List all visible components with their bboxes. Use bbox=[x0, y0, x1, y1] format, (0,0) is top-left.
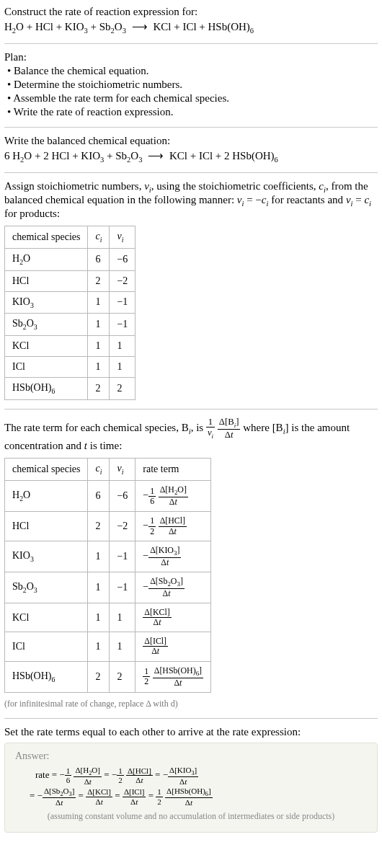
cell-species: ICl bbox=[5, 632, 88, 661]
balanced-equation: 6 H2O + 2 HCl + KIO3 + Sb2O3 ⟶ KCl + ICl… bbox=[4, 149, 378, 164]
eq-lhs: H2O + HCl + KIO3 + Sb2O3 bbox=[4, 21, 126, 32]
cell-vi: −2 bbox=[110, 512, 136, 541]
col-rate: rate term bbox=[136, 459, 211, 481]
eq-lhs: 6 H2O + 2 HCl + KIO3 + Sb2O3 bbox=[4, 150, 142, 161]
cell-vi: −6 bbox=[110, 481, 136, 512]
cell-ci: 1 bbox=[88, 336, 110, 357]
cell-vi: −2 bbox=[110, 270, 136, 291]
table-row: HCl 2 −2 −12 Δ[HCl]Δt bbox=[5, 512, 211, 541]
table-row: H2O6−6 bbox=[5, 248, 136, 270]
frac-coef: 1νi bbox=[206, 417, 215, 440]
divider bbox=[4, 127, 378, 128]
plan-title: Plan: bbox=[4, 51, 378, 63]
arrow-icon: ⟶ bbox=[145, 150, 166, 161]
cell-ci: 1 bbox=[88, 603, 110, 632]
cell-species: Sb2O3 bbox=[5, 572, 88, 603]
table-row: KCl 1 1 Δ[KCl]Δt bbox=[5, 603, 211, 632]
table-row: HSb(OH)6 2 2 12 Δ[HSb(OH)6]Δt bbox=[5, 661, 211, 692]
cell-rate: −12 Δ[HCl]Δt bbox=[136, 512, 211, 541]
table-row: KIO3 1 −1 −Δ[KIO3]Δt bbox=[5, 541, 211, 572]
cell-rate: −Δ[Sb2O3]Δt bbox=[136, 572, 211, 603]
cell-ci: 2 bbox=[88, 270, 110, 291]
divider bbox=[4, 409, 378, 409]
cell-vi: −1 bbox=[110, 314, 136, 336]
cell-vi: −1 bbox=[110, 572, 136, 603]
cell-ci: 2 bbox=[88, 378, 110, 400]
cell-species: HCl bbox=[5, 270, 88, 291]
cell-vi: 1 bbox=[110, 336, 136, 357]
cell-species: ICl bbox=[5, 357, 88, 378]
table-row: Sb2O31−1 bbox=[5, 314, 136, 336]
eq-rhs: KCl + ICl + HSb(OH)6 bbox=[153, 21, 254, 32]
plan-item: • Assemble the rate term for each chemic… bbox=[4, 92, 378, 105]
col-ci: ci bbox=[88, 226, 110, 249]
assign-text: Assign stoichiometric numbers, νi, using… bbox=[4, 180, 378, 220]
cell-vi: −1 bbox=[110, 541, 136, 572]
plan-section: Plan: • Balance the chemical equation. •… bbox=[4, 51, 378, 118]
answer-label: Answer: bbox=[15, 750, 367, 762]
table-header-row: chemical species ci νi rate term bbox=[5, 459, 211, 481]
unbalanced-equation: H2O + HCl + KIO3 + Sb2O3 ⟶ KCl + ICl + H… bbox=[4, 20, 378, 35]
cell-rate: −Δ[KIO3]Δt bbox=[136, 541, 211, 572]
cell-vi: −6 bbox=[110, 248, 136, 270]
col-ci: ci bbox=[88, 459, 110, 481]
cell-ci: 6 bbox=[88, 248, 110, 270]
col-vi: νi bbox=[110, 226, 136, 249]
final-section: Set the rate terms equal to each other t… bbox=[4, 726, 378, 833]
arrow-icon: ⟶ bbox=[129, 21, 151, 32]
frac-delta: Δ[Bi]Δt bbox=[218, 417, 241, 440]
plan-item: • Write the rate of reaction expression. bbox=[4, 106, 378, 118]
cell-vi: 1 bbox=[110, 357, 136, 378]
table-row: ICl 1 1 Δ[ICl]Δt bbox=[5, 632, 211, 661]
divider bbox=[4, 718, 378, 719]
divider bbox=[4, 172, 378, 173]
cell-ci: 1 bbox=[88, 632, 110, 661]
rate-expression-line2: = −Δ[Sb2O3]Δt = Δ[KCl]Δt = Δ[ICl]Δt = 12… bbox=[15, 786, 367, 807]
cell-vi: 1 bbox=[110, 632, 136, 661]
cell-species: Sb2O3 bbox=[5, 314, 88, 336]
col-vi: νi bbox=[110, 459, 136, 481]
table-row: ICl11 bbox=[5, 357, 136, 378]
table-header-row: chemical species ci νi bbox=[5, 226, 136, 249]
intro-text: Construct the rate of reaction expressio… bbox=[4, 6, 378, 18]
table-row: HCl2−2 bbox=[5, 270, 136, 291]
cell-species: HCl bbox=[5, 512, 88, 541]
cell-species: KIO3 bbox=[5, 541, 88, 572]
cell-species: KCl bbox=[5, 336, 88, 357]
plan-item: • Determine the stoichiometric numbers. bbox=[4, 79, 378, 91]
answer-assumption: (assuming constant volume and no accumul… bbox=[15, 811, 367, 822]
table-row: HSb(OH)622 bbox=[5, 378, 136, 400]
cell-vi: 1 bbox=[110, 603, 136, 632]
cell-species: KIO3 bbox=[5, 291, 88, 314]
cell-ci: 1 bbox=[88, 572, 110, 603]
cell-ci: 1 bbox=[88, 291, 110, 314]
table-row: Sb2O3 1 −1 −Δ[Sb2O3]Δt bbox=[5, 572, 211, 603]
rate-term-section: The rate term for each chemical species,… bbox=[4, 417, 378, 709]
cell-ci: 6 bbox=[88, 481, 110, 512]
balanced-section: Write the balanced chemical equation: 6 … bbox=[4, 135, 378, 164]
cell-species: KCl bbox=[5, 603, 88, 632]
cell-species: H2O bbox=[5, 481, 88, 512]
cell-vi: 2 bbox=[110, 661, 136, 692]
assign-section: Assign stoichiometric numbers, νi, using… bbox=[4, 180, 378, 400]
cell-rate: 12 Δ[HSb(OH)6]Δt bbox=[136, 661, 211, 692]
stoich-table: chemical species ci νi H2O6−6 HCl2−2 KIO… bbox=[4, 226, 136, 400]
cell-rate: Δ[KCl]Δt bbox=[136, 603, 211, 632]
plan-item: • Balance the chemical equation. bbox=[4, 65, 378, 77]
table-row: H2O 6 −6 −16 Δ[H2O]Δt bbox=[5, 481, 211, 512]
col-species: chemical species bbox=[5, 459, 88, 481]
infinitesimal-note: (for infinitesimal rate of change, repla… bbox=[4, 699, 378, 709]
rate-expression-line1: rate = −16 Δ[H2O]Δt = −12 Δ[HCl]Δt = −Δ[… bbox=[15, 765, 367, 786]
cell-species: H2O bbox=[5, 248, 88, 270]
table-row: KCl11 bbox=[5, 336, 136, 357]
cell-vi: −1 bbox=[110, 291, 136, 314]
divider bbox=[4, 43, 378, 44]
cell-ci: 2 bbox=[88, 512, 110, 541]
cell-ci: 2 bbox=[88, 661, 110, 692]
col-species: chemical species bbox=[5, 226, 88, 249]
cell-species: HSb(OH)6 bbox=[5, 661, 88, 692]
cell-ci: 1 bbox=[88, 541, 110, 572]
cell-ci: 1 bbox=[88, 314, 110, 336]
cell-rate: −16 Δ[H2O]Δt bbox=[136, 481, 211, 512]
rate-intro: The rate term for each chemical species,… bbox=[4, 417, 378, 440]
